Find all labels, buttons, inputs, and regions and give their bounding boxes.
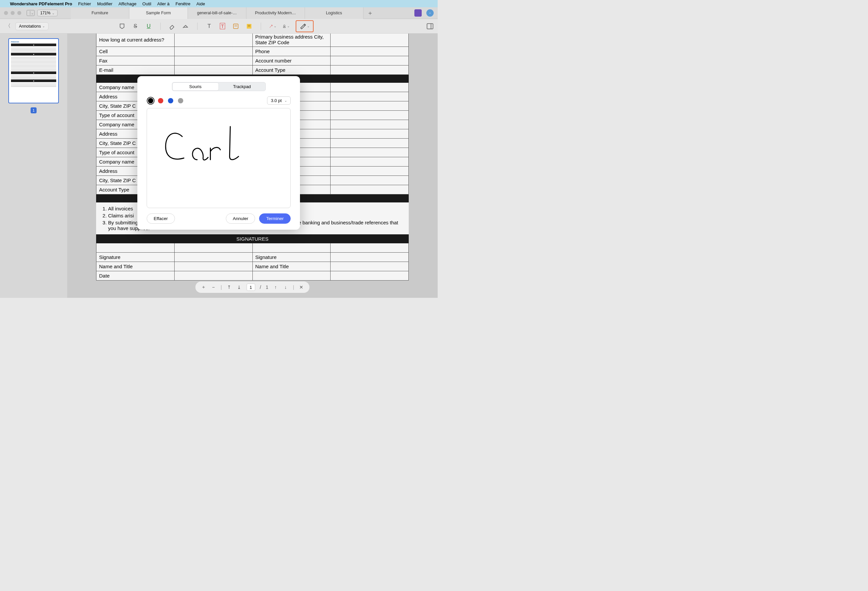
color-blue[interactable]: [168, 98, 173, 103]
color-gray[interactable]: [178, 98, 183, 103]
traffic-lights: [0, 11, 21, 15]
zoom-in-button[interactable]: ＋: [201, 284, 206, 290]
sidebar-toggle-icon[interactable]: ⌄: [27, 10, 35, 16]
thickness-selector[interactable]: 3.0 pt⌄: [267, 96, 291, 105]
form-label: Phone: [252, 47, 331, 56]
thickness-value: 3.0 pt: [271, 98, 282, 103]
close-nav-button[interactable]: ✕: [299, 284, 304, 290]
tab-productivity[interactable]: Productivity Modern…: [247, 7, 305, 19]
underline-tool-icon[interactable]: U: [145, 23, 152, 30]
form-label: E-mail: [96, 65, 174, 75]
strikethrough-tool-icon[interactable]: S: [132, 23, 139, 30]
prev-page-button[interactable]: ↑: [273, 284, 278, 290]
text-tool-icon[interactable]: T: [205, 23, 213, 30]
annotations-toolbar: 〈 Annotations⌄ S U T T ⌄ ⌄ ⌄: [0, 19, 438, 34]
eraser-area-tool-icon[interactable]: [182, 23, 189, 30]
form-label: Primary business address City, State ZIP…: [252, 34, 331, 47]
menu-file[interactable]: Fichier: [78, 1, 91, 6]
color-swatches: [147, 98, 183, 103]
eraser-tool-icon[interactable]: [168, 23, 176, 30]
tab-bill-of-sale[interactable]: general-bill-of-sale-…: [188, 7, 247, 19]
signature-modal: Souris Trackpad 3.0 pt⌄ Effacer Annuler …: [137, 76, 300, 230]
zoom-out-button[interactable]: −: [211, 284, 216, 290]
panel-toggle-icon[interactable]: [427, 23, 434, 30]
menu-goto[interactable]: Aller à: [157, 1, 170, 6]
menu-help[interactable]: Aide: [196, 1, 205, 6]
highlight-tool-icon[interactable]: [118, 23, 126, 30]
zoom-window-button[interactable]: [17, 11, 21, 15]
mode-label: Annotations: [19, 24, 41, 29]
form-label: Cell: [96, 47, 174, 56]
done-button[interactable]: Terminer: [259, 214, 291, 224]
mode-selector[interactable]: Annotations⌄: [15, 22, 49, 30]
next-page-button[interactable]: ↓: [283, 284, 288, 290]
page-thumbnail[interactable]: PANACEA ■ ■ ■ ■: [8, 38, 59, 103]
back-button[interactable]: 〈: [4, 22, 12, 30]
page-navigator: ＋ − | ⤒ ⤓ / 1 ↑ ↓ | ✕: [195, 281, 310, 293]
note-tool-icon[interactable]: [232, 23, 239, 30]
close-window-button[interactable]: [4, 11, 8, 15]
form-label: Account number: [252, 56, 331, 65]
tab-furniture[interactable]: Furniture: [71, 7, 129, 19]
thumbnail-page-number: 1: [31, 108, 37, 113]
minimize-window-button[interactable]: [10, 11, 15, 15]
form-label: Fax: [96, 56, 174, 65]
new-tab-button[interactable]: ＋: [363, 7, 377, 19]
document-tabs: Furniture Sample Form general-bill-of-sa…: [71, 7, 414, 19]
tab-logistics[interactable]: Logistics: [305, 7, 363, 19]
form-label: Signature: [96, 253, 174, 262]
zoom-level[interactable]: 171%⌄: [37, 10, 58, 16]
system-menubar: Wondershare PDFelement Pro Fichier Modif…: [0, 0, 438, 7]
thumb-doc-title: PANACEA: [11, 41, 56, 43]
zoom-value: 171%: [40, 10, 50, 15]
total-pages: 1: [266, 284, 269, 290]
menu-window[interactable]: Fenêtre: [176, 1, 190, 6]
menu-tool[interactable]: Outil: [142, 1, 151, 6]
svg-rect-9: [427, 24, 433, 29]
last-page-button[interactable]: ⤓: [236, 284, 242, 290]
sticky-note-tool-icon[interactable]: [245, 23, 253, 30]
svg-rect-8: [283, 27, 285, 27]
window-chrome: ⌄ 171%⌄ Furniture Sample Form general-bi…: [0, 7, 438, 19]
form-label: Date: [96, 271, 174, 280]
menu-edit[interactable]: Modifier: [97, 1, 112, 6]
thumbnail-sidebar: PANACEA ■ ■ ■ ■ 1: [0, 34, 67, 298]
color-red[interactable]: [158, 98, 163, 103]
current-page-input[interactable]: [247, 283, 255, 291]
svg-line-6: [270, 25, 272, 28]
menu-view[interactable]: Affichage: [118, 1, 136, 6]
form-label: Account Type: [252, 65, 331, 75]
form-label: Name and Title: [96, 262, 174, 271]
app-name[interactable]: Wondershare PDFelement Pro: [10, 1, 72, 6]
first-page-button[interactable]: ⤒: [226, 284, 232, 290]
app-logo-icon[interactable]: [414, 9, 422, 17]
tab-mouse[interactable]: Souris: [172, 83, 219, 91]
tab-trackpad[interactable]: Trackpad: [219, 83, 266, 91]
page-separator: /: [260, 284, 261, 290]
color-black[interactable]: [148, 98, 153, 103]
stamp-tool-icon[interactable]: ⌄: [282, 23, 290, 30]
user-avatar-icon[interactable]: ◦: [427, 9, 434, 17]
cancel-button[interactable]: Annuler: [226, 214, 255, 224]
text-box-tool-icon[interactable]: T: [219, 23, 226, 30]
tab-sample-form[interactable]: Sample Form: [129, 7, 188, 19]
form-label: Signature: [252, 253, 331, 262]
clear-signature-button[interactable]: Effacer: [147, 214, 175, 224]
form-label: How long at current address?: [96, 34, 174, 47]
form-label: Name and Title: [252, 262, 331, 271]
signatures-header: SIGNATURES: [96, 235, 409, 243]
signature-canvas[interactable]: [147, 108, 291, 208]
svg-point-7: [284, 25, 285, 26]
input-method-segmented: Souris Trackpad: [172, 82, 266, 91]
arrow-tool-icon[interactable]: ⌄: [269, 23, 276, 30]
signature-tool-icon[interactable]: ⌄: [296, 20, 314, 32]
